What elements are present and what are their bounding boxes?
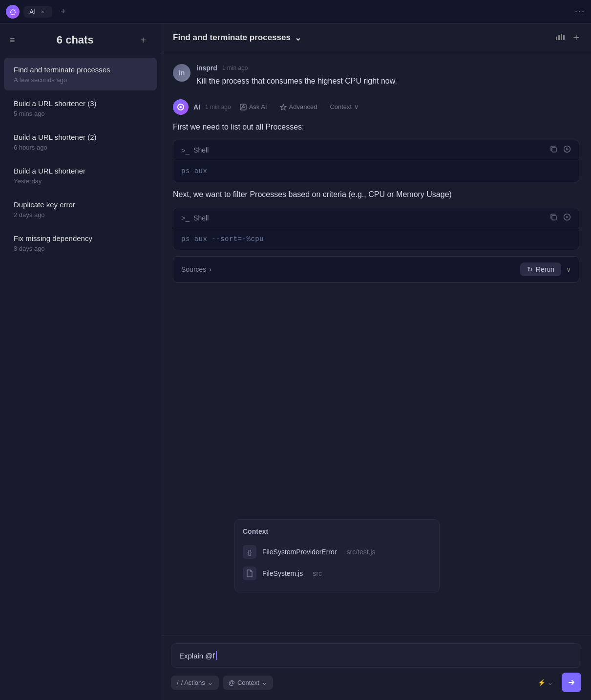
messages-area: in insprd 1 min ago Kill the process tha… <box>161 52 591 700</box>
context-item-1-path: src/test.js <box>346 548 375 556</box>
sidebar-item-url-shortener-3[interactable]: Build a URL shortener (3) 5 mins ago <box>4 91 157 124</box>
input-toolbar-right: ⚡ ⌄ <box>533 673 581 692</box>
context-item-2-name: FileSystem.js <box>262 569 303 577</box>
user-message-text: Kill the process that consumes the highe… <box>196 75 579 88</box>
chat-title-button[interactable]: Find and terminate processes ⌄ <box>173 33 301 43</box>
shell-header-2: >_ Shell <box>173 208 579 228</box>
context-at-button[interactable]: @ Context ⌄ <box>223 676 273 690</box>
sidebar-add-button[interactable]: + <box>135 32 151 48</box>
actions-button[interactable]: / / Actions ⌄ <box>171 676 219 690</box>
sidebar-item-time: 6 hours ago <box>14 144 147 151</box>
context-item-1[interactable]: {} FileSystemProviderError src/test.js <box>243 541 431 563</box>
lightning-button[interactable]: ⚡ ⌄ <box>533 676 558 690</box>
sidebar-item-fix-dependency[interactable]: Fix missing dependency 3 days ago <box>4 226 157 259</box>
shell-code-2: ps aux --sort=-%cpu <box>173 228 579 250</box>
tab-ai[interactable]: AI × <box>23 6 52 18</box>
tab-bar-menu-button[interactable]: ··· <box>575 6 585 17</box>
rerun-button[interactable]: ↻ Rerun <box>520 262 561 276</box>
sidebar-items-list: Find and terminate processes A few secon… <box>0 55 161 700</box>
sidebar-chats-count: 6 chats <box>57 34 94 46</box>
tab-bar: ◌ AI × + ··· <box>0 0 591 23</box>
shell-prompt-icon: >_ <box>181 146 190 154</box>
svg-rect-0 <box>556 37 557 40</box>
sidebar-item-time: A few seconds ago <box>14 76 147 84</box>
shell-label-text-2: Shell <box>193 214 209 222</box>
shell-code-1: ps aux <box>173 160 579 182</box>
at-icon: @ <box>229 679 235 686</box>
chat-title-dropdown-icon: ⌄ <box>295 33 301 43</box>
ai-text-2: Next, we want to filter Processes based … <box>173 188 579 201</box>
sidebar-item-duplicate-key[interactable]: Duplicate key error 2 days ago <box>4 193 157 225</box>
sidebar-item-url-shortener-2[interactable]: Build a URL shortener (2) 6 hours ago <box>4 125 157 158</box>
rerun-label: Rerun <box>536 265 554 273</box>
sources-arrow: › <box>209 265 211 273</box>
main-layout: ≡ 6 chats + Find and terminate processes… <box>0 23 591 700</box>
tab-close-button[interactable]: × <box>39 8 46 16</box>
sources-bar: Sources › ↻ Rerun ∨ <box>173 256 579 283</box>
chat-header-actions: + <box>555 31 579 44</box>
shell-actions-2 <box>549 213 571 223</box>
stats-icon[interactable] <box>555 33 565 43</box>
sidebar-item-url-shortener[interactable]: Build a URL shortener Yesterday <box>4 159 157 192</box>
sources-text: Sources <box>181 265 206 273</box>
shell-run-button[interactable] <box>563 145 571 155</box>
sidebar: ≡ 6 chats + Find and terminate processes… <box>0 23 161 700</box>
shell-label-1: >_ Shell <box>181 146 209 154</box>
sidebar-menu-icon[interactable]: ≡ <box>10 35 15 45</box>
context-popup: Context {} FileSystemProviderError src/t… <box>234 519 440 592</box>
sources-label[interactable]: Sources › <box>181 265 211 273</box>
shell-block-2: >_ Shell <box>173 208 579 250</box>
user-message: in insprd 1 min ago Kill the process tha… <box>173 64 579 88</box>
sidebar-header: ≡ 6 chats + <box>0 23 161 55</box>
slash-icon: / <box>177 679 179 686</box>
ai-label: AI <box>193 103 200 111</box>
sidebar-item-time: 2 days ago <box>14 211 147 219</box>
svg-rect-6 <box>552 148 556 152</box>
shell-label-text: Shell <box>193 146 209 154</box>
context-dropdown-icon: ∨ <box>354 103 359 110</box>
sidebar-item-time: Yesterday <box>14 177 147 185</box>
svg-rect-3 <box>563 35 565 40</box>
user-avatar: in <box>173 64 190 82</box>
expand-button[interactable]: ∨ <box>566 265 571 273</box>
context-item-2[interactable]: FileSystem.js src <box>243 563 431 584</box>
sidebar-item-title: Duplicate key error <box>14 199 147 210</box>
ask-ai-button[interactable]: Ask AI <box>236 101 271 112</box>
send-button[interactable] <box>562 673 581 692</box>
svg-rect-1 <box>558 35 560 40</box>
lightning-icon: ⚡ <box>538 679 546 686</box>
user-message-meta: insprd 1 min ago <box>196 64 579 72</box>
ask-ai-label: Ask AI <box>249 103 267 110</box>
ai-meta-bar: AI 1 min ago Ask AI A <box>173 99 579 115</box>
context-item-1-icon: {} <box>243 545 256 559</box>
advanced-label: Advanced <box>289 103 317 110</box>
sidebar-item-title: Build a URL shortener (2) <box>14 132 147 142</box>
sidebar-item-find-terminate[interactable]: Find and terminate processes A few secon… <box>4 58 157 90</box>
sidebar-item-title: Find and terminate processes <box>14 65 147 75</box>
user-message-time: 1 min ago <box>222 65 248 71</box>
context-popup-title: Context <box>243 527 431 535</box>
ai-time: 1 min ago <box>205 104 231 110</box>
shell-copy-button[interactable] <box>549 145 557 155</box>
chat-area: Find and terminate processes ⌄ + <box>161 23 591 700</box>
add-icon[interactable]: + <box>573 31 579 44</box>
svg-rect-8 <box>552 216 556 220</box>
input-text: Explain @f <box>179 652 215 660</box>
sidebar-item-time: 5 mins ago <box>14 110 147 117</box>
shell-header-1: >_ Shell <box>173 140 579 160</box>
context-button[interactable]: Context ∨ <box>326 101 363 112</box>
input-box[interactable]: Explain @f <box>171 643 581 668</box>
sources-right: ↻ Rerun ∨ <box>520 262 571 276</box>
chat-title-text: Find and terminate processes <box>173 33 291 43</box>
advanced-button[interactable]: Advanced <box>276 101 321 112</box>
input-toolbar: / / Actions ⌄ @ Context ⌄ ⚡ ⌄ <box>171 673 581 692</box>
sidebar-item-title: Build a URL shortener <box>14 166 147 176</box>
shell-label-2: >_ Shell <box>181 214 209 222</box>
shell-run-button-2[interactable] <box>563 213 571 223</box>
context-item-2-icon <box>243 567 256 580</box>
shell-copy-button-2[interactable] <box>549 213 557 223</box>
svg-rect-2 <box>561 34 562 40</box>
input-cursor <box>216 651 217 660</box>
tab-add-button[interactable]: + <box>56 5 70 19</box>
ai-message: AI 1 min ago Ask AI A <box>173 99 579 283</box>
